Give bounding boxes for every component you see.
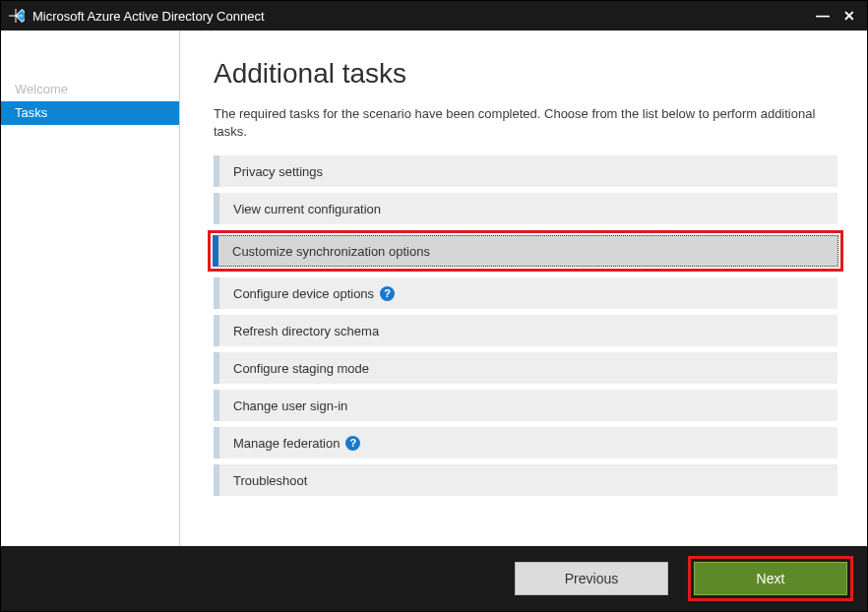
sidebar-item-tasks[interactable]: Tasks xyxy=(1,101,179,125)
accent-bar xyxy=(214,390,219,421)
task-label: Change user sign-in xyxy=(233,398,347,413)
task-label: Customize synchronization options xyxy=(232,244,430,259)
task-list: Privacy settings View current configurat… xyxy=(214,155,837,496)
accent-bar xyxy=(213,235,218,267)
footer: Previous Next xyxy=(1,546,867,611)
task-configure-staging-mode[interactable]: Configure staging mode xyxy=(214,352,837,384)
app-icon xyxy=(7,7,25,25)
task-label: Privacy settings xyxy=(233,164,323,179)
task-privacy-settings[interactable]: Privacy settings xyxy=(214,155,837,187)
accent-bar xyxy=(214,464,219,496)
app-window: Microsoft Azure Active Directory Connect… xyxy=(0,0,868,612)
task-label: Configure staging mode xyxy=(233,361,369,376)
accent-bar xyxy=(214,155,219,187)
sidebar-item-label: Welcome xyxy=(15,82,68,96)
accent-bar xyxy=(214,315,219,346)
accent-bar xyxy=(214,277,219,309)
task-change-user-sign-in[interactable]: Change user sign-in xyxy=(214,390,837,421)
help-icon[interactable]: ? xyxy=(380,286,395,301)
task-manage-federation[interactable]: Manage federation ? xyxy=(214,427,837,459)
task-label: View current configuration xyxy=(233,202,381,216)
page-description: The required tasks for the scenario have… xyxy=(214,105,837,140)
task-refresh-directory-schema[interactable]: Refresh directory schema xyxy=(214,315,837,346)
sidebar-item-welcome[interactable]: Welcome xyxy=(1,78,179,101)
task-customize-synchronization-options[interactable]: Customize synchronization options xyxy=(213,235,838,267)
accent-bar xyxy=(214,193,219,224)
highlight-annotation: Customize synchronization options xyxy=(208,230,843,272)
task-troubleshoot[interactable]: Troubleshoot xyxy=(214,464,837,496)
close-button[interactable]: ✕ xyxy=(843,9,855,23)
page-title: Additional tasks xyxy=(214,58,837,90)
sidebar: Welcome Tasks xyxy=(1,31,180,546)
minimize-button[interactable]: — xyxy=(816,9,830,23)
window-controls: — ✕ xyxy=(816,9,861,23)
client-area: Welcome Tasks Additional tasks The requi… xyxy=(1,31,867,611)
task-label: Refresh directory schema xyxy=(233,324,379,338)
window-title: Microsoft Azure Active Directory Connect xyxy=(32,9,816,24)
task-label: Troubleshoot xyxy=(233,473,307,488)
task-label: Configure device options xyxy=(233,286,374,301)
task-label: Manage federation xyxy=(233,436,340,451)
help-icon[interactable]: ? xyxy=(345,436,360,451)
sidebar-item-label: Tasks xyxy=(15,105,47,120)
highlight-annotation: Next xyxy=(688,556,853,601)
accent-bar xyxy=(214,427,219,459)
middle-area: Welcome Tasks Additional tasks The requi… xyxy=(1,31,867,546)
accent-bar xyxy=(214,352,219,384)
next-button[interactable]: Next xyxy=(694,562,847,595)
titlebar: Microsoft Azure Active Directory Connect… xyxy=(1,1,867,31)
content-area: Additional tasks The required tasks for … xyxy=(180,31,867,546)
task-view-current-configuration[interactable]: View current configuration xyxy=(214,193,837,224)
task-configure-device-options[interactable]: Configure device options ? xyxy=(214,277,837,309)
previous-button[interactable]: Previous xyxy=(515,562,668,595)
